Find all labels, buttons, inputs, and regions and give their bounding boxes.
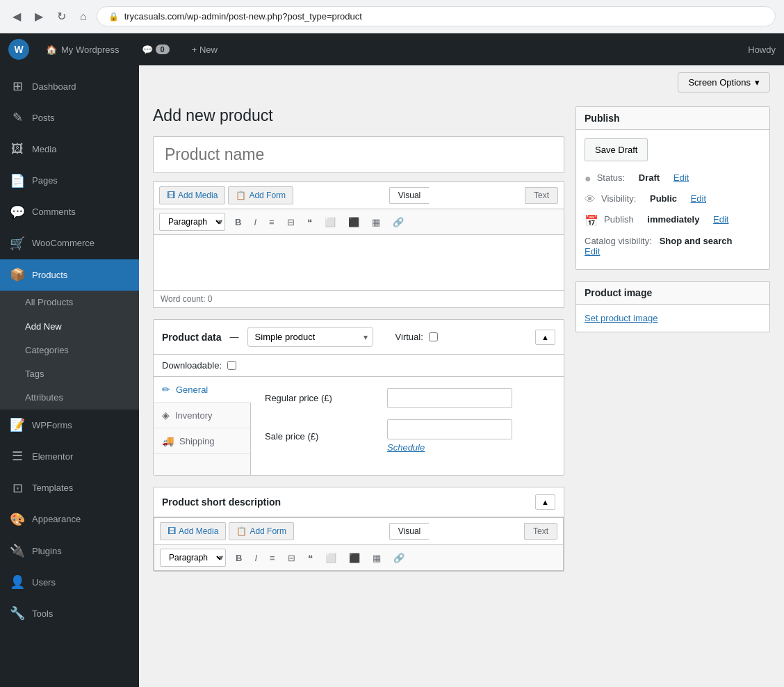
- visibility-row: 👁 Visibility: Public Edit: [585, 189, 761, 210]
- sale-price-input[interactable]: [387, 419, 512, 439]
- short-desc-align-center-button[interactable]: ⬛: [343, 549, 366, 567]
- ordered-list-button[interactable]: ⊟: [281, 213, 300, 231]
- sidebar-item-wpforms[interactable]: 📝 WPForms: [0, 410, 139, 441]
- status-edit-link[interactable]: Edit: [673, 172, 689, 183]
- sidebar-item-dashboard[interactable]: ⊞ Dashboard: [0, 71, 139, 102]
- blockquote-button[interactable]: ❝: [302, 213, 318, 231]
- sidebar-item-attributes[interactable]: Attributes: [0, 386, 139, 410]
- general-icon: ✏: [162, 384, 170, 395]
- short-desc-align-left-button[interactable]: ⬜: [320, 549, 342, 567]
- editor-body[interactable]: [153, 235, 564, 291]
- shipping-icon: 🚚: [162, 435, 174, 446]
- align-right-button[interactable]: ▦: [366, 213, 386, 231]
- add-media-button[interactable]: 🎞 Add Media: [159, 186, 225, 204]
- bold-button[interactable]: B: [229, 213, 247, 231]
- back-button[interactable]: ◀: [8, 7, 25, 26]
- url-bar[interactable]: 🔒 trycasuals.com/wp-admin/post-new.php?p…: [97, 6, 776, 26]
- forward-button[interactable]: ▶: [31, 7, 47, 26]
- short-desc-align-right-button[interactable]: ▦: [367, 549, 386, 567]
- toggle-up-button[interactable]: ▲: [535, 330, 555, 345]
- wp-admin-bar: W 🏠 My Wordpress 💬 0 + New Howdy: [0, 33, 784, 65]
- home-button[interactable]: ⌂: [76, 8, 91, 26]
- product-name-input[interactable]: [153, 136, 564, 173]
- sidebar-item-templates[interactable]: ⊡ Templates: [0, 473, 139, 504]
- short-desc-tab-visual[interactable]: Visual: [389, 523, 429, 540]
- sidebar-item-pages[interactable]: 📄 Pages: [0, 165, 139, 197]
- set-product-image-link[interactable]: Set product image: [585, 313, 658, 323]
- sidebar-item-plugins[interactable]: 🔌 Plugins: [0, 535, 139, 567]
- short-desc-title: Product short description: [162, 496, 281, 508]
- short-desc-toggle-button[interactable]: ▲: [535, 494, 555, 510]
- publish-edit-link[interactable]: Edit: [713, 214, 728, 225]
- sidebar-item-posts[interactable]: ✎ Posts: [0, 102, 139, 134]
- sidebar-item-media[interactable]: 🖼 Media: [0, 134, 139, 165]
- status-value: Draft: [639, 172, 660, 183]
- lock-icon: 🔒: [108, 12, 119, 22]
- publish-body: Save Draft ● Status: Draft Edit 👁: [576, 130, 769, 269]
- short-desc-paragraph-select[interactable]: Paragraph: [160, 549, 226, 567]
- downloadable-checkbox[interactable]: [227, 361, 236, 370]
- product-image-header: Product image: [576, 282, 769, 305]
- link-button[interactable]: 🔗: [387, 213, 409, 231]
- inventory-icon: ◈: [162, 410, 170, 421]
- sidebar-item-all-products[interactable]: All Products: [0, 291, 139, 314]
- catalog-edit-link[interactable]: Edit: [585, 246, 600, 257]
- sidebar-item-tools[interactable]: 🔧 Tools: [0, 598, 139, 629]
- reload-button[interactable]: ↻: [53, 7, 70, 26]
- sidebar-item-appearance[interactable]: 🎨 Appearance: [0, 504, 139, 535]
- screen-options-button[interactable]: Screen Options ▾: [678, 72, 770, 92]
- tab-text[interactable]: Text: [525, 187, 558, 204]
- admin-bar-site[interactable]: 🏠 My Wordpress: [40, 45, 125, 55]
- sidebar-item-elementor[interactable]: ☰ Elementor: [0, 441, 139, 472]
- admin-bar-comments[interactable]: 💬 0: [136, 45, 175, 55]
- sidebar-sub-products: All Products Add New Categories Tags Att…: [0, 291, 139, 410]
- catalog-row: Catalog visibility: Shop and search Edit: [585, 232, 761, 261]
- tab-general[interactable]: ✏ General: [154, 377, 251, 403]
- short-desc-add-form-button[interactable]: 📋 Add Form: [229, 522, 294, 540]
- sidebar-item-categories[interactable]: Categories: [0, 339, 139, 362]
- virtual-checkbox[interactable]: [429, 332, 438, 341]
- sidebar-item-comments[interactable]: 💬 Comments: [0, 197, 139, 228]
- italic-button[interactable]: I: [248, 213, 262, 231]
- sidebar-item-products[interactable]: 📦 Products: [0, 259, 139, 291]
- tab-shipping[interactable]: 🚚 Shipping: [154, 428, 250, 454]
- short-desc-italic-button[interactable]: I: [249, 549, 263, 567]
- sidebar-item-add-new[interactable]: Add New: [0, 315, 139, 339]
- short-desc-ul-button[interactable]: ≡: [264, 549, 281, 567]
- product-type-select[interactable]: Simple product Variable product Grouped …: [247, 327, 373, 347]
- sidebar-item-users[interactable]: 👤 Users: [0, 567, 139, 598]
- admin-bar-new[interactable]: + New: [186, 45, 223, 55]
- visibility-edit-link[interactable]: Edit: [691, 193, 706, 204]
- tab-inventory[interactable]: ◈ Inventory: [154, 403, 250, 428]
- sidebar-item-woocommerce[interactable]: 🛒 WooCommerce: [0, 228, 139, 259]
- align-center-button[interactable]: ⬛: [343, 213, 365, 231]
- wpforms-icon: 📝: [10, 417, 25, 434]
- add-form-button[interactable]: 📋 Add Form: [228, 186, 293, 204]
- publish-box: Publish Save Draft ● Status: Draft Edit: [575, 106, 770, 270]
- paragraph-select[interactable]: Paragraph: [159, 213, 225, 231]
- schedule-link[interactable]: Schedule: [387, 442, 512, 453]
- status-icon: ●: [585, 172, 591, 185]
- short-desc-tab-text[interactable]: Text: [524, 523, 557, 540]
- visibility-label: Visibility:: [601, 193, 636, 204]
- sidebar-item-tags[interactable]: Tags: [0, 362, 139, 386]
- align-left-button[interactable]: ⬜: [319, 213, 341, 231]
- chevron-down-icon: ▾: [755, 77, 760, 88]
- unordered-list-button[interactable]: ≡: [263, 213, 280, 231]
- product-data-section: Product data — Simple product Variable p…: [153, 319, 564, 476]
- short-desc-quote-button[interactable]: ❝: [302, 549, 318, 567]
- short-desc-add-media-button[interactable]: 🎞 Add Media: [160, 522, 226, 540]
- wp-logo[interactable]: W: [8, 39, 29, 60]
- short-desc-add-form-icon: 📋: [236, 526, 247, 536]
- short-desc-ol-button[interactable]: ⊟: [282, 549, 301, 567]
- media-icon: 🖼: [10, 140, 25, 158]
- main-content: Screen Options ▾ Add new product 🎞 Add M…: [139, 65, 784, 687]
- tab-visual[interactable]: Visual: [389, 187, 429, 204]
- catalog-label: Catalog visibility:: [585, 236, 652, 246]
- short-desc-bold-button[interactable]: B: [230, 549, 247, 567]
- save-draft-button[interactable]: Save Draft: [585, 138, 648, 161]
- status-row: ● Status: Draft Edit: [585, 168, 761, 189]
- regular-price-input[interactable]: [387, 388, 512, 408]
- word-count-bar: Word count: 0: [153, 291, 564, 308]
- short-desc-link-button[interactable]: 🔗: [388, 549, 410, 567]
